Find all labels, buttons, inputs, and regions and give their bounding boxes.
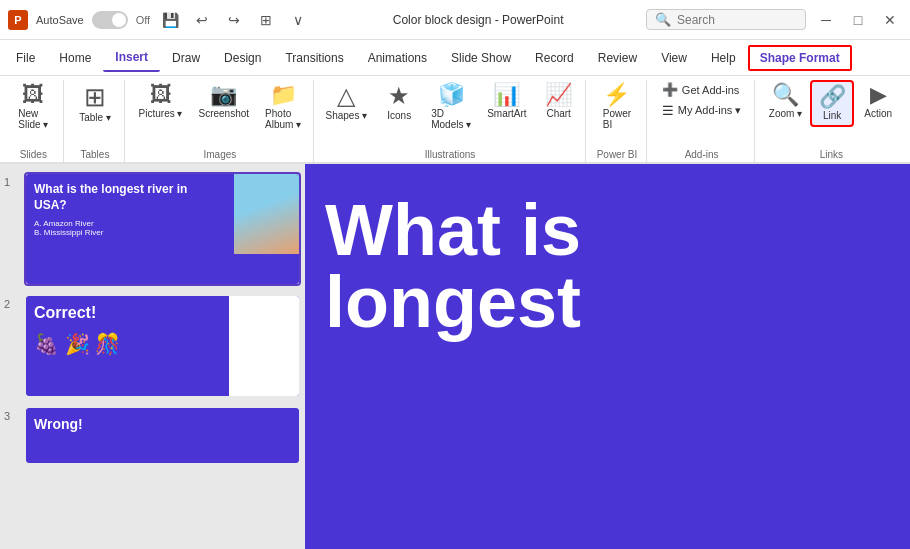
search-box[interactable]: 🔍 bbox=[646, 9, 806, 30]
tab-view[interactable]: View bbox=[649, 45, 699, 71]
slide1-answers: A. Amazon RiverB. Mississippi River bbox=[34, 219, 221, 237]
ribbon-group-illustrations: △ Shapes ▾ ★ Icons 🧊 3DModels ▾ 📊 SmartA… bbox=[316, 80, 586, 162]
tab-slideshow[interactable]: Slide Show bbox=[439, 45, 523, 71]
ribbon-group-addins: ➕ Get Add-ins ☰ My Add-ins ▾ Add-ins bbox=[649, 80, 755, 162]
3d-models-icon: 🧊 bbox=[438, 84, 465, 106]
ribbon-group-images: 🖼 Pictures ▾ 📷 Screenshot 📁 PhotoAlbum ▾… bbox=[127, 80, 313, 162]
maximize-icon[interactable]: □ bbox=[846, 8, 870, 32]
slide-thumb-3[interactable]: 3 Wrong! bbox=[4, 406, 301, 465]
tab-design[interactable]: Design bbox=[212, 45, 273, 71]
zoom-button[interactable]: 🔍 Zoom ▾ bbox=[763, 80, 808, 123]
slide-img-3[interactable]: Wrong! bbox=[24, 406, 301, 465]
link-icon: 🔗 bbox=[819, 86, 846, 108]
slide1-image bbox=[234, 174, 299, 254]
shapes-button[interactable]: △ Shapes ▾ bbox=[319, 80, 373, 125]
icons-icon: ★ bbox=[388, 84, 410, 108]
my-addins-button[interactable]: ☰ My Add-ins ▾ bbox=[656, 101, 747, 120]
slide-img-2[interactable]: Correct! 🍇 🎉 🎊 bbox=[24, 294, 301, 398]
slide-canvas: What islongest bbox=[305, 164, 910, 549]
new-slide-icon: 🖼 bbox=[22, 84, 44, 106]
3d-models-label: 3DModels ▾ bbox=[431, 108, 471, 130]
slide3-content: Wrong! bbox=[26, 408, 299, 463]
powerbi-group-label: Power BI bbox=[597, 149, 638, 162]
tab-transitions[interactable]: Transitions bbox=[273, 45, 355, 71]
zoom-label: Zoom ▾ bbox=[769, 108, 802, 119]
slide2-left: Correct! 🍇 🎉 🎊 bbox=[26, 296, 229, 396]
slide-panel: 1 What is the longest river in USA? A. A… bbox=[0, 164, 305, 549]
photo-album-button[interactable]: 📁 PhotoAlbum ▾ bbox=[259, 80, 307, 134]
action-icon: ▶ bbox=[870, 84, 887, 106]
window-title: Color block design - PowerPoint bbox=[318, 13, 638, 27]
tables-group-label: Tables bbox=[81, 149, 110, 162]
shapes-icon: △ bbox=[337, 84, 355, 108]
illustrations-group-label: Illustrations bbox=[425, 149, 476, 162]
ribbon-group-links: 🔍 Zoom ▾ 🔗 Link ▶ Action Links bbox=[757, 80, 906, 162]
autosave-state: Off bbox=[136, 14, 150, 26]
app-icon: P bbox=[8, 10, 28, 30]
tab-review[interactable]: Review bbox=[586, 45, 649, 71]
powerbi-button[interactable]: ⚡ PowerBI bbox=[595, 80, 639, 134]
ribbon-group-powerbi: ⚡ PowerBI Power BI bbox=[588, 80, 648, 162]
new-slide-button[interactable]: 🖼 NewSlide ▾ bbox=[11, 80, 55, 134]
autosave-toggle[interactable] bbox=[92, 11, 128, 29]
slide2-emojis: 🍇 🎉 🎊 bbox=[34, 332, 221, 356]
screenshot-icon: 📷 bbox=[210, 84, 237, 106]
undo-icon[interactable]: ↩ bbox=[190, 8, 214, 32]
new-slide-label: NewSlide ▾ bbox=[18, 108, 48, 130]
table-icon: ⊞ bbox=[84, 84, 106, 110]
slide-thumb-2[interactable]: 2 Correct! 🍇 🎉 🎊 bbox=[4, 294, 301, 398]
tab-record[interactable]: Record bbox=[523, 45, 586, 71]
tab-insert[interactable]: Insert bbox=[103, 44, 160, 72]
screenshot-label: Screenshot bbox=[199, 108, 250, 119]
photo-album-label: PhotoAlbum ▾ bbox=[265, 108, 301, 130]
canvas-main-text: What islongest bbox=[325, 194, 581, 338]
close-icon[interactable]: ✕ bbox=[878, 8, 902, 32]
redo-icon[interactable]: ↪ bbox=[222, 8, 246, 32]
3d-models-button[interactable]: 🧊 3DModels ▾ bbox=[425, 80, 477, 134]
tab-draw[interactable]: Draw bbox=[160, 45, 212, 71]
my-addins-label: My Add-ins ▾ bbox=[678, 104, 741, 117]
screenshot-button[interactable]: 📷 Screenshot bbox=[193, 80, 256, 123]
slide3-title: Wrong! bbox=[34, 416, 291, 432]
smartart-button[interactable]: 📊 SmartArt bbox=[481, 80, 532, 123]
slide1-title: What is the longest river in USA? bbox=[34, 182, 221, 213]
chart-button[interactable]: 📈 Chart bbox=[537, 80, 581, 123]
links-group-label: Links bbox=[820, 149, 843, 162]
ribbon: 🖼 NewSlide ▾ Slides ⊞ Table ▾ Tables 🖼 P… bbox=[0, 76, 910, 164]
tab-animations[interactable]: Animations bbox=[356, 45, 439, 71]
save-icon[interactable]: 💾 bbox=[158, 8, 182, 32]
link-button[interactable]: 🔗 Link bbox=[810, 80, 854, 127]
search-input[interactable] bbox=[677, 13, 797, 27]
tab-shapeformat[interactable]: Shape Format bbox=[748, 45, 852, 71]
slide2-title: Correct! bbox=[34, 304, 221, 322]
dropdown-icon[interactable]: ∨ bbox=[286, 8, 310, 32]
slide-num-1: 1 bbox=[4, 176, 18, 188]
get-addins-button[interactable]: ➕ Get Add-ins bbox=[656, 80, 747, 99]
tab-help[interactable]: Help bbox=[699, 45, 748, 71]
pictures-label: Pictures ▾ bbox=[139, 108, 183, 119]
canvas-area: What islongest bbox=[305, 164, 910, 549]
customize-icon[interactable]: ⊞ bbox=[254, 8, 278, 32]
table-button[interactable]: ⊞ Table ▾ bbox=[73, 80, 117, 127]
minimize-icon[interactable]: ─ bbox=[814, 8, 838, 32]
action-button[interactable]: ▶ Action bbox=[856, 80, 900, 123]
tab-home[interactable]: Home bbox=[47, 45, 103, 71]
table-label: Table ▾ bbox=[79, 112, 111, 123]
chart-label: Chart bbox=[546, 108, 570, 119]
ribbon-group-slides: 🖼 NewSlide ▾ Slides bbox=[4, 80, 64, 162]
tab-file[interactable]: File bbox=[4, 45, 47, 71]
autosave-label: AutoSave bbox=[36, 14, 84, 26]
ribbon-group-tables: ⊞ Table ▾ Tables bbox=[66, 80, 126, 162]
images-group-label: Images bbox=[204, 149, 237, 162]
pictures-button[interactable]: 🖼 Pictures ▾ bbox=[133, 80, 189, 123]
chart-icon: 📈 bbox=[545, 84, 572, 106]
action-label: Action bbox=[864, 108, 892, 119]
my-addins-icon: ☰ bbox=[662, 103, 674, 118]
slide-thumb-1[interactable]: 1 What is the longest river in USA? A. A… bbox=[4, 172, 301, 286]
pictures-icon: 🖼 bbox=[150, 84, 172, 106]
search-icon: 🔍 bbox=[655, 12, 671, 27]
powerbi-label: PowerBI bbox=[603, 108, 631, 130]
slide-img-1[interactable]: What is the longest river in USA? A. Ama… bbox=[24, 172, 301, 286]
photo-album-icon: 📁 bbox=[270, 84, 297, 106]
icons-button[interactable]: ★ Icons bbox=[377, 80, 421, 125]
